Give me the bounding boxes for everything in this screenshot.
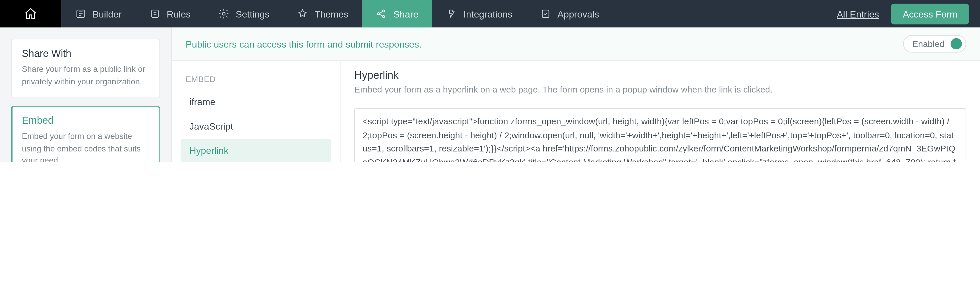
main: Share With Share your form as a public l…	[0, 27, 980, 162]
notice-text: Public users can access this form and su…	[186, 38, 422, 49]
nav-tab-label: Builder	[92, 8, 122, 19]
detail-title: Hyperlink	[355, 70, 966, 82]
toggle-label: Enabled	[912, 39, 944, 49]
nav-tab-rules[interactable]: Rules	[135, 0, 204, 27]
embed-item-iframe[interactable]: iframe	[181, 90, 331, 113]
nav-tab-label: Integrations	[463, 8, 512, 19]
card-title: Embed	[22, 115, 150, 126]
notice-bar: Public users can access this form and su…	[172, 27, 980, 61]
themes-icon	[297, 8, 308, 19]
embed-detail: Hyperlink Embed your form as a hyperlink…	[340, 61, 980, 162]
nav-tab-themes[interactable]: Themes	[283, 0, 362, 27]
embed-item-hyperlink[interactable]: Hyperlink	[181, 139, 331, 162]
nav-tab-share[interactable]: Share	[362, 0, 432, 27]
gear-icon	[218, 8, 229, 19]
nav-tabs: Builder Rules Settings Themes Share Inte…	[61, 0, 613, 27]
share-body: EMBED iframe JavaScript Hyperlink QR Cod…	[172, 61, 980, 162]
rules-icon	[150, 8, 161, 19]
share-sidebar: Share With Share your form as a public l…	[0, 27, 172, 162]
card-desc: Embed your form on a website using the e…	[22, 130, 150, 162]
all-entries-link[interactable]: All Entries	[837, 8, 879, 19]
sidebar-card-share-with[interactable]: Share With Share your form as a public l…	[11, 39, 160, 99]
nav-tab-builder[interactable]: Builder	[61, 0, 135, 27]
card-title: Share With	[22, 48, 150, 59]
toggle-indicator-icon	[951, 38, 962, 49]
embed-item-javascript[interactable]: JavaScript	[181, 115, 331, 137]
nav-right: All Entries Access Form	[837, 0, 980, 27]
svg-point-5	[383, 16, 385, 17]
sidebar-card-embed[interactable]: Embed Embed your form on a website using…	[11, 106, 160, 162]
nav-tab-label: Approvals	[557, 8, 599, 19]
svg-rect-1	[152, 10, 158, 17]
approvals-icon	[540, 8, 551, 19]
nav-tab-label: Rules	[167, 8, 191, 19]
nav-tab-label: Themes	[314, 8, 348, 19]
detail-desc: Embed your form as a hyperlink on a web …	[355, 84, 966, 94]
nav-tab-integrations[interactable]: Integrations	[432, 0, 526, 27]
nav-tab-approvals[interactable]: Approvals	[526, 0, 613, 27]
top-nav: Builder Rules Settings Themes Share Inte…	[0, 0, 980, 27]
access-toggle[interactable]: Enabled	[903, 35, 966, 52]
access-form-button[interactable]: Access Form	[892, 3, 969, 24]
svg-point-2	[222, 12, 225, 15]
nav-tab-label: Share	[393, 8, 418, 19]
integrations-icon	[446, 8, 457, 19]
nav-tab-label: Settings	[235, 8, 269, 19]
share-icon	[376, 8, 387, 19]
svg-point-3	[378, 13, 380, 15]
embed-heading: EMBED	[186, 75, 326, 84]
card-desc: Share your form as a public link or priv…	[22, 63, 150, 87]
home-icon	[24, 7, 37, 21]
svg-point-4	[383, 10, 385, 12]
embed-list: EMBED iframe JavaScript Hyperlink QR Cod…	[172, 61, 340, 162]
home-button[interactable]	[0, 0, 61, 27]
center-panel: Public users can access this form and su…	[172, 27, 980, 162]
embed-code-box[interactable]: <script type="text/javascript">function …	[355, 108, 966, 162]
nav-tab-settings[interactable]: Settings	[204, 0, 283, 27]
builder-icon	[75, 8, 86, 19]
